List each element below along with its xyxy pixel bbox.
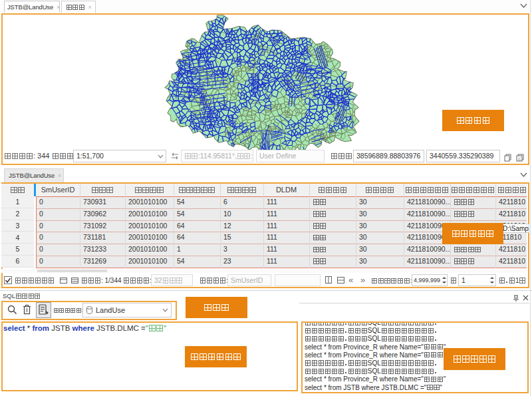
svg-text:C: C (518, 157, 521, 161)
